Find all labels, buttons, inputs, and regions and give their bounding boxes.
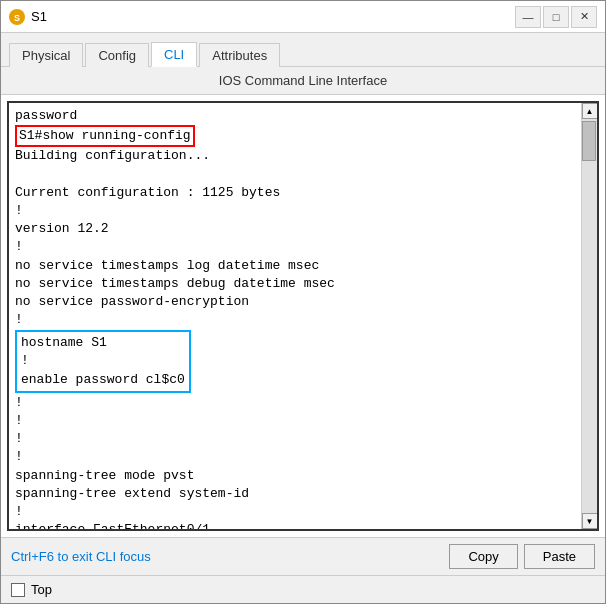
tab-cli[interactable]: CLI xyxy=(151,42,197,67)
show-command: S1#show running-config xyxy=(15,125,195,147)
scrollbar-thumb[interactable] xyxy=(582,121,596,161)
hostname-block: hostname S1!enable password cl$c0 xyxy=(15,330,191,393)
tab-bar: Physical Config CLI Attributes xyxy=(1,33,605,67)
scrollbar[interactable]: ▲ ▼ xyxy=(581,103,597,529)
cli-header: IOS Command Line Interface xyxy=(1,67,605,95)
app-icon: S xyxy=(9,9,25,25)
cli-hint: Ctrl+F6 to exit CLI focus xyxy=(11,549,449,564)
top-label: Top xyxy=(31,582,52,597)
copy-button[interactable]: Copy xyxy=(449,544,517,569)
scroll-down-arrow[interactable]: ▼ xyxy=(582,513,598,529)
tab-physical[interactable]: Physical xyxy=(9,43,83,67)
minimize-button[interactable]: — xyxy=(515,6,541,28)
main-window: S S1 — □ ✕ Physical Config CLI Attribute… xyxy=(0,0,606,604)
cli-terminal[interactable]: passwordS1#show running-configBuilding c… xyxy=(7,101,599,531)
content-area: IOS Command Line Interface passwordS1#sh… xyxy=(1,67,605,575)
svg-text:S: S xyxy=(14,13,20,23)
maximize-button[interactable]: □ xyxy=(543,6,569,28)
title-bar: S S1 — □ ✕ xyxy=(1,1,605,33)
bottom-bar: Ctrl+F6 to exit CLI focus Copy Paste xyxy=(1,537,605,575)
footer-bar: Top xyxy=(1,575,605,603)
paste-button[interactable]: Paste xyxy=(524,544,595,569)
tab-attributes[interactable]: Attributes xyxy=(199,43,280,67)
scrollbar-track[interactable] xyxy=(582,119,597,513)
window-title: S1 xyxy=(31,9,515,24)
cli-output[interactable]: passwordS1#show running-configBuilding c… xyxy=(9,103,581,529)
top-checkbox[interactable] xyxy=(11,583,25,597)
password-line: password xyxy=(15,107,575,125)
tab-config[interactable]: Config xyxy=(85,43,149,67)
scroll-up-arrow[interactable]: ▲ xyxy=(582,103,598,119)
action-buttons: Copy Paste xyxy=(449,544,595,569)
window-controls: — □ ✕ xyxy=(515,6,597,28)
close-button[interactable]: ✕ xyxy=(571,6,597,28)
command-line: S1#show running-config xyxy=(15,125,575,147)
